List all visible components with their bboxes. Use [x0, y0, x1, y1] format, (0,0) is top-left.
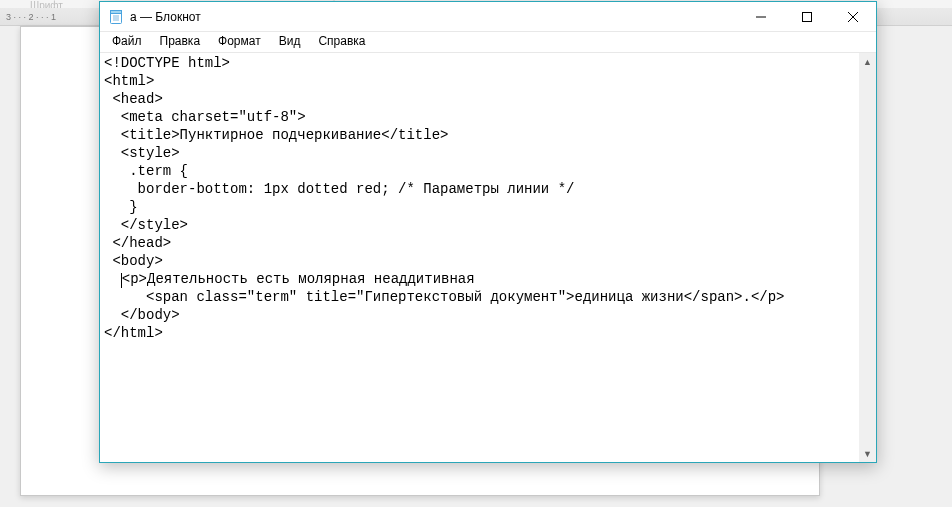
menu-format[interactable]: Формат [210, 33, 269, 49]
menu-edit[interactable]: Правка [152, 33, 209, 49]
menu-file[interactable]: Файл [104, 33, 150, 49]
menu-help[interactable]: Справка [310, 33, 373, 49]
svg-rect-6 [803, 12, 812, 21]
titlebar[interactable]: a — Блокнот [100, 2, 876, 32]
editor-body: <!DOCTYPE html><html> <head> <meta chars… [100, 52, 876, 462]
vertical-scrollbar[interactable]: ▲ ▼ [859, 53, 876, 462]
text-area[interactable]: <!DOCTYPE html><html> <head> <meta chars… [100, 53, 859, 462]
notepad-icon [108, 9, 124, 25]
ribbon-label: Шрифт [30, 0, 63, 8]
scroll-down-icon[interactable]: ▼ [859, 445, 876, 462]
window-title: a — Блокнот [130, 10, 201, 24]
text-caret [121, 273, 122, 288]
notepad-window: a — Блокнот Файл Правка Формат Вид Справ… [99, 1, 877, 463]
ruler-marks: 3 · · · 2 · · · 1 [6, 12, 56, 22]
menubar: Файл Правка Формат Вид Справка [100, 32, 876, 52]
minimize-button[interactable] [738, 2, 784, 32]
maximize-button[interactable] [784, 2, 830, 32]
menu-view[interactable]: Вид [271, 33, 309, 49]
svg-rect-1 [111, 10, 122, 13]
close-button[interactable] [830, 2, 876, 32]
scroll-up-icon[interactable]: ▲ [859, 53, 876, 70]
